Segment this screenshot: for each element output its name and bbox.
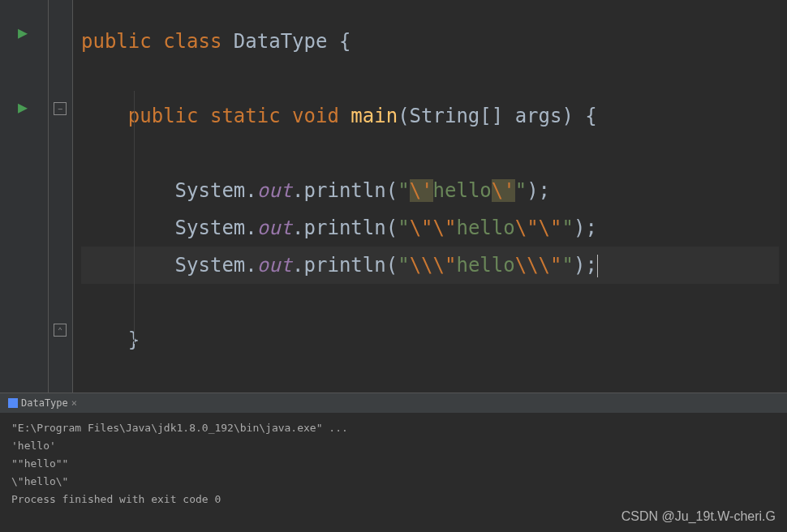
fold-gutter: − ⌃ bbox=[49, 0, 73, 393]
static-field: out bbox=[257, 179, 292, 202]
caret bbox=[597, 255, 598, 277]
escape-seq: \\ bbox=[410, 254, 433, 277]
run-class-icon[interactable]: ▶ bbox=[18, 23, 28, 42]
indent-guide bbox=[134, 91, 135, 344]
console-line: Process finished with exit code 0 bbox=[11, 491, 776, 508]
keyword: static bbox=[210, 105, 281, 127]
console-line: "E:\Program Files\Java\jdk1.8.0_192\bin\… bbox=[11, 419, 776, 437]
escape-seq: \" bbox=[410, 217, 433, 239]
keyword: public bbox=[128, 105, 199, 127]
escape-seq: \" bbox=[539, 254, 562, 277]
code-line[interactable]: public static void main(String[] args) { bbox=[81, 97, 779, 135]
class-name: DataType bbox=[234, 30, 328, 53]
console-tab-bar: DataType × bbox=[0, 393, 787, 413]
fold-end-icon[interactable]: ⌃ bbox=[54, 324, 67, 337]
editor-area: ▶ ▶ − ⌃ public class DataType { public s… bbox=[0, 0, 787, 393]
code-line[interactable] bbox=[81, 60, 779, 97]
code-line[interactable] bbox=[81, 284, 779, 321]
keyword: class bbox=[163, 30, 221, 53]
code-line[interactable]: System.out.println("\"\"hello\"\""); bbox=[81, 209, 779, 247]
code-area[interactable]: public class DataType { public static vo… bbox=[73, 0, 787, 393]
java-icon bbox=[8, 398, 18, 408]
fold-collapse-icon[interactable]: − bbox=[54, 102, 67, 115]
escape-seq: \" bbox=[433, 217, 457, 239]
code-line[interactable]: } bbox=[81, 321, 779, 358]
method-name: main bbox=[350, 105, 398, 127]
static-field: out bbox=[257, 217, 292, 239]
gutter: ▶ ▶ bbox=[0, 0, 49, 393]
escape-seq: \' bbox=[410, 179, 433, 202]
console-output[interactable]: "E:\Program Files\Java\jdk1.8.0_192\bin\… bbox=[0, 413, 787, 515]
keyword: void bbox=[292, 105, 339, 127]
console-line: ""hello"" bbox=[11, 455, 776, 473]
code-line[interactable]: public class DataType { bbox=[81, 23, 779, 60]
console-line: 'hello' bbox=[11, 437, 776, 455]
static-field: out bbox=[257, 254, 292, 277]
console-line: \"hello\" bbox=[11, 473, 776, 491]
run-main-icon[interactable]: ▶ bbox=[18, 97, 28, 117]
escape-seq: \' bbox=[492, 179, 515, 202]
tab-label: DataType bbox=[21, 397, 68, 409]
escape-seq: \" bbox=[515, 217, 539, 239]
code-line-active[interactable]: System.out.println("\\\"hello\\\""); bbox=[81, 247, 779, 284]
escape-seq: \" bbox=[433, 254, 457, 277]
watermark: CSDN @Ju_19t.W-cheri.G bbox=[621, 509, 776, 524]
escape-seq: \" bbox=[539, 217, 562, 239]
close-icon[interactable]: × bbox=[71, 397, 77, 409]
console-tab[interactable]: DataType × bbox=[3, 396, 82, 410]
code-line[interactable]: System.out.println("\'hello\'"); bbox=[81, 172, 779, 209]
code-line[interactable] bbox=[81, 135, 779, 172]
escape-seq: \\ bbox=[515, 254, 539, 277]
keyword: public bbox=[81, 30, 152, 53]
